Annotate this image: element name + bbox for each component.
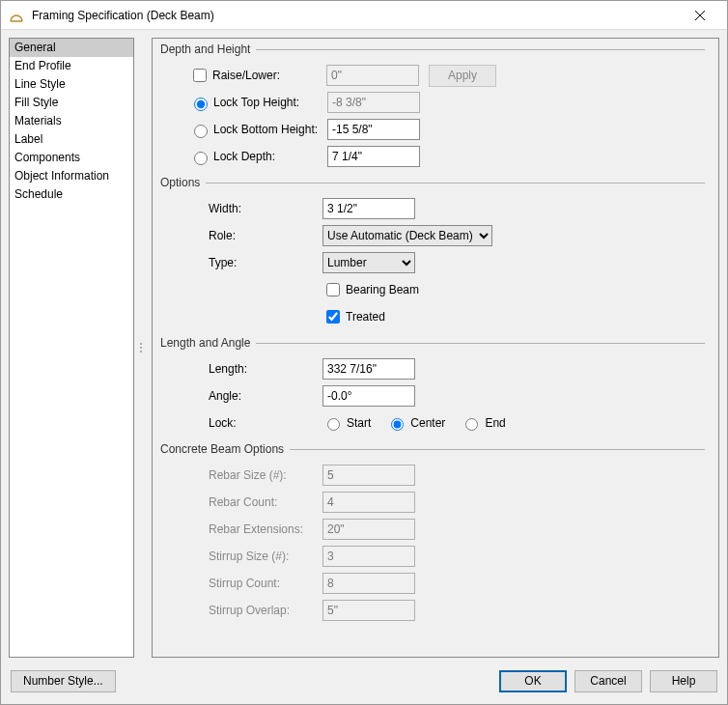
row-raise-lower: Raise/Lower: Apply [189, 62, 705, 89]
group-options: Options Width: Role: Use Automatic (Deck… [160, 176, 705, 330]
raise-lower-checkbox[interactable] [193, 69, 207, 82]
row-role: Role: Use Automatic (Deck Beam) [189, 222, 705, 249]
cancel-button[interactable]: Cancel [574, 670, 642, 692]
dialog-body: GeneralEnd ProfileLine StyleFill StyleMa… [1, 30, 727, 665]
group-header: Options [160, 176, 705, 189]
sidebar-item[interactable]: End Profile [10, 57, 133, 75]
lock-end-label: End [485, 416, 505, 430]
row-stirrup-overlap: Stirrup Overlap: [189, 597, 705, 624]
group-depth-height: Depth and Height Raise/Lower: Apply Lock… [160, 42, 705, 170]
rebar-count-label: Rebar Count: [209, 495, 322, 509]
lock-end-radio[interactable] [465, 418, 478, 431]
lock-top-label: Lock Top Height: [213, 96, 327, 109]
row-bearing: Bearing Beam [189, 276, 705, 303]
stirrup-overlap-label: Stirrup Overlap: [209, 604, 322, 617]
length-input[interactable] [322, 358, 415, 380]
type-label: Type: [209, 256, 322, 269]
help-button[interactable]: Help [650, 670, 717, 692]
lock-center-radio[interactable] [391, 418, 404, 431]
main-panel: Depth and Height Raise/Lower: Apply Lock… [152, 38, 719, 658]
lock-bottom-label: Lock Bottom Height: [213, 123, 327, 136]
rebar-size-label: Rebar Size (#): [209, 468, 322, 482]
row-rebar-count: Rebar Count: [189, 489, 705, 516]
close-button[interactable] [681, 8, 719, 23]
lock-center-label: Center [410, 416, 445, 430]
sidebar-item[interactable]: Line Style [10, 75, 133, 94]
stirrup-count-input [322, 573, 415, 594]
row-rebar-size: Rebar Size (#): [189, 462, 705, 489]
sidebar-item[interactable]: Fill Style [10, 94, 133, 112]
lock-depth-radio[interactable] [194, 152, 208, 165]
group-length-angle: Length and Angle Length: Angle: Lock: [160, 336, 705, 437]
group-header: Length and Angle [160, 336, 705, 350]
sidebar-item[interactable]: General [10, 39, 133, 57]
lock-top-radio[interactable] [194, 98, 208, 111]
row-lock-depth: Lock Depth: [189, 143, 705, 170]
lock-depth-label: Lock Depth: [213, 150, 327, 163]
role-label: Role: [209, 229, 322, 242]
row-rebar-ext: Rebar Extensions: [189, 516, 705, 543]
titlebar: Framing Specification (Deck Beam) [1, 1, 727, 30]
lock-center-option[interactable]: Center [386, 415, 445, 431]
row-treated: Treated [189, 303, 705, 330]
divider [290, 449, 705, 450]
group-title: Concrete Beam Options [160, 442, 290, 456]
row-stirrup-size: Stirrup Size (#): [189, 543, 705, 570]
group-header: Depth and Height [160, 42, 705, 56]
width-input[interactable] [322, 198, 415, 219]
dialog-footer: Number Style... OK Cancel Help [1, 665, 727, 704]
sidebar-item[interactable]: Materials [10, 112, 133, 130]
lock-start-label: Start [347, 416, 371, 430]
dialog-window: Framing Specification (Deck Beam) Genera… [0, 0, 728, 705]
sidebar-item[interactable]: Object Information [10, 167, 133, 185]
close-icon [695, 11, 705, 20]
splitter-grip[interactable] [138, 38, 144, 658]
stirrup-count-label: Stirrup Count: [209, 577, 322, 590]
bearing-checkbox[interactable] [326, 283, 340, 296]
role-select[interactable]: Use Automatic (Deck Beam) [322, 225, 492, 246]
apply-button: Apply [429, 65, 496, 87]
group-concrete: Concrete Beam Options Rebar Size (#): Re… [160, 442, 705, 624]
treated-checkbox[interactable] [326, 310, 340, 324]
lock-end-option[interactable]: End [461, 415, 505, 431]
lock-depth-input[interactable] [327, 146, 420, 167]
group-title: Length and Angle [160, 336, 256, 350]
type-select[interactable]: Lumber [322, 252, 415, 273]
divider [256, 49, 705, 50]
divider [206, 183, 705, 183]
window-title: Framing Specification (Deck Beam) [32, 9, 681, 22]
lock-top-input [327, 92, 420, 113]
lock-start-option[interactable]: Start [322, 415, 371, 431]
sidebar-item[interactable]: Components [10, 149, 133, 167]
row-length: Length: [189, 355, 705, 382]
lock-radio-group: Start Center End [322, 415, 506, 431]
rebar-ext-label: Rebar Extensions: [209, 522, 322, 536]
raise-lower-input [326, 65, 419, 86]
row-stirrup-count: Stirrup Count: [189, 570, 705, 597]
divider [256, 343, 705, 344]
rebar-size-input [322, 465, 415, 486]
width-label: Width: [209, 202, 322, 215]
row-lock: Lock: Start Center End [189, 409, 705, 437]
app-icon [9, 8, 24, 23]
lock-bottom-input[interactable] [327, 119, 420, 140]
lock-bottom-radio[interactable] [194, 125, 208, 138]
angle-input[interactable] [322, 385, 415, 407]
raise-lower-label: Raise/Lower: [212, 69, 326, 82]
ok-button[interactable]: OK [499, 670, 567, 692]
treated-label: Treated [346, 310, 385, 324]
row-angle: Angle: [189, 382, 705, 409]
number-style-button[interactable]: Number Style... [11, 670, 116, 692]
row-lock-top: Lock Top Height: [189, 89, 705, 116]
bearing-label: Bearing Beam [346, 283, 419, 296]
group-title: Depth and Height [160, 42, 256, 56]
stirrup-size-input [322, 546, 415, 567]
lock-start-radio[interactable] [327, 418, 340, 431]
lock-label: Lock: [209, 416, 322, 430]
row-width: Width: [189, 195, 705, 222]
length-label: Length: [209, 362, 322, 376]
sidebar-item[interactable]: Label [10, 130, 133, 149]
rebar-count-input [322, 492, 415, 513]
sidebar-item[interactable]: Schedule [10, 185, 133, 204]
rebar-ext-input [322, 519, 415, 540]
